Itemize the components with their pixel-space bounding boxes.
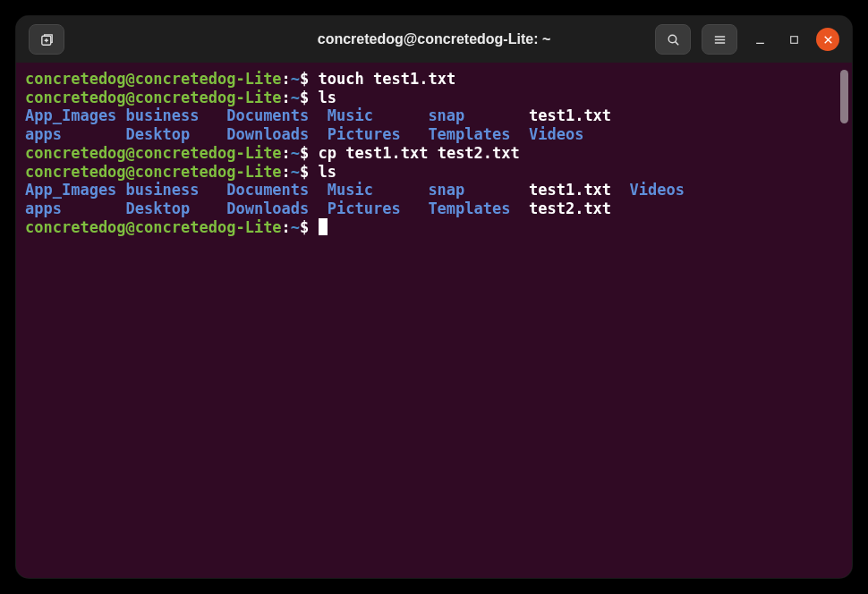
ls-entry: snap: [428, 106, 529, 125]
ls-entry: Documents: [226, 106, 328, 125]
command-text: ls: [319, 163, 336, 181]
maximize-button[interactable]: [782, 28, 805, 51]
titlebar: concretedog@concretedog-Lite: ~: [16, 16, 852, 63]
command-text: cp test1.txt test2.txt: [319, 144, 520, 162]
command-text: touch test1.txt: [319, 70, 456, 88]
close-button[interactable]: [816, 28, 839, 51]
ls-entry: Templates: [428, 199, 529, 218]
terminal-line: concretedog@concretedog-Lite:~$ ls: [25, 89, 847, 107]
ls-entry: apps: [25, 125, 126, 144]
new-tab-button[interactable]: [29, 24, 64, 55]
ls-entry: App_Images: [25, 106, 126, 125]
prompt-path: ~: [291, 70, 300, 88]
ls-entry: Pictures: [328, 125, 429, 144]
prompt-user: concretedog: [25, 70, 126, 88]
command-text: ls: [319, 89, 336, 106]
terminal-viewport[interactable]: concretedog@concretedog-Lite:~$ touch te…: [16, 63, 852, 578]
ls-output-row: App_Images business Documents Music snap…: [25, 181, 847, 199]
ls-entry: test2.txt: [529, 199, 611, 218]
prompt-symbol: $: [300, 70, 309, 88]
terminal-window: concretedog@concretedog-Lite: ~: [16, 16, 852, 578]
ls-entry: apps: [25, 199, 126, 218]
ls-entry: test1.txt: [529, 181, 630, 199]
ls-entry: Videos: [529, 125, 583, 144]
ls-entry: Documents: [226, 181, 328, 199]
ls-entry: Music: [328, 106, 429, 125]
ls-entry: Music: [328, 181, 429, 199]
svg-rect-2: [790, 36, 797, 43]
ls-entry: Videos: [630, 181, 685, 199]
terminal-line-active: concretedog@concretedog-Lite:~$: [25, 218, 847, 237]
cursor: [319, 218, 328, 235]
ls-entry: Desktop: [126, 125, 227, 144]
terminal-line: concretedog@concretedog-Lite:~$ cp test1…: [25, 144, 847, 163]
ls-entry: snap: [428, 181, 529, 199]
ls-entry: Desktop: [126, 199, 227, 218]
ls-output-row: apps Desktop Downloads Pictures Template…: [25, 125, 847, 144]
ls-entry: Downloads: [226, 199, 328, 218]
ls-entry: App_Images: [25, 181, 126, 199]
search-button[interactable]: [655, 24, 691, 55]
titlebar-right: [655, 24, 839, 55]
prompt-host: concretedog-Lite: [135, 70, 282, 88]
ls-entry: Downloads: [226, 125, 328, 144]
ls-entry: Pictures: [328, 199, 429, 218]
scrollbar-thumb[interactable]: [840, 70, 848, 123]
menu-button[interactable]: [702, 24, 737, 55]
terminal-line: concretedog@concretedog-Lite:~$ touch te…: [25, 70, 847, 89]
ls-entry: test1.txt: [529, 106, 611, 125]
ls-output-row: apps Desktop Downloads Pictures Template…: [25, 199, 847, 218]
svg-point-1: [668, 35, 677, 43]
terminal-line: concretedog@concretedog-Lite:~$ ls: [25, 163, 847, 182]
ls-entry: business: [126, 106, 227, 125]
minimize-button[interactable]: [748, 28, 771, 51]
window-title: concretedog@concretedog-Lite: ~: [318, 31, 551, 47]
ls-entry: business: [126, 181, 227, 199]
ls-output-row: App_Images business Documents Music snap…: [25, 106, 847, 125]
ls-entry: Templates: [428, 125, 529, 144]
